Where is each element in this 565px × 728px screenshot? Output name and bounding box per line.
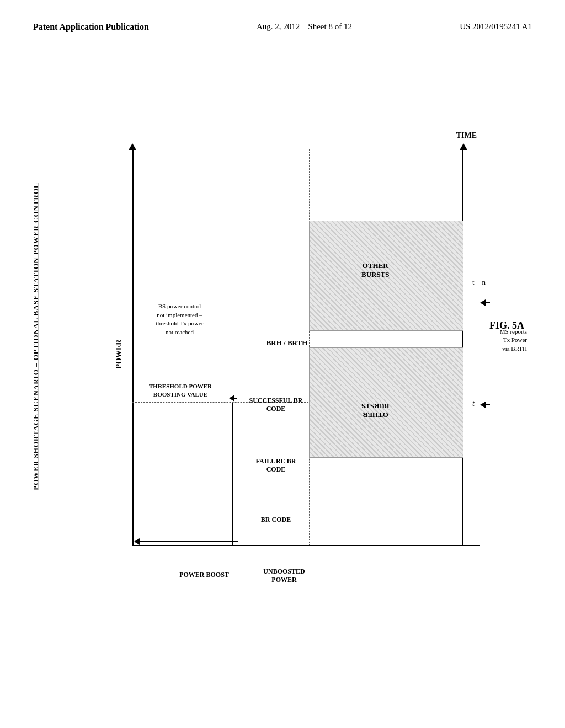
power-axis bbox=[132, 149, 134, 546]
diagram-container: POWER SHORTAGE SCENARIO – OPTIONAL BASE … bbox=[28, 88, 535, 684]
power-arrow-left bbox=[134, 538, 238, 545]
failure-br-label: FAILURE BR CODE bbox=[243, 457, 309, 474]
time-axis-label: TIME bbox=[456, 131, 477, 140]
power-boost-label: POWER BOOST bbox=[174, 571, 234, 579]
page-header: Patent Application Publication Aug. 2, 2… bbox=[0, 0, 565, 32]
publication-date: Aug. 2, 2012 bbox=[257, 22, 300, 31]
sheet-info: Sheet 8 of 12 bbox=[308, 22, 352, 31]
patent-number: US 2012/0195241 A1 bbox=[460, 22, 532, 31]
other-bursts-middle-label: OTHERBURSTS bbox=[361, 402, 390, 419]
t-label: t bbox=[472, 399, 475, 408]
unboosted-power-label: UNBOOSTED POWER bbox=[251, 568, 317, 585]
baseline bbox=[132, 545, 480, 546]
t-arrow bbox=[480, 402, 490, 408]
threshold-label: THRESHOLD POWER BOOSTING VALUE bbox=[134, 382, 227, 398]
power-axis-label: POWER bbox=[115, 340, 124, 369]
bs-annotation: BS power control not implemented – thres… bbox=[137, 302, 222, 336]
power-axis-arrow bbox=[129, 143, 136, 150]
tn-label: t + n bbox=[472, 278, 486, 287]
vertical-title-text: POWER SHORTAGE SCENARIO – OPTIONAL BASE … bbox=[31, 183, 40, 490]
brh-brth-label: BRH / BRTH bbox=[254, 339, 320, 347]
time-axis-arrow bbox=[460, 143, 467, 150]
vertical-title-container: POWER SHORTAGE SCENARIO – OPTIONAL BASE … bbox=[28, 143, 44, 529]
publication-title: Patent Application Publication bbox=[33, 22, 149, 32]
ms-reports-arrow bbox=[480, 299, 490, 306]
diagram-main: POWER TIME THRESHOLD POWER BOOSTING VALU… bbox=[55, 88, 530, 612]
power-boost-boundary bbox=[232, 403, 233, 546]
header-center: Aug. 2, 2012 Sheet 8 of 12 bbox=[257, 22, 352, 31]
fig-label: FIG. 5A bbox=[489, 320, 524, 331]
br-code-label: BR CODE bbox=[248, 516, 303, 524]
other-bursts-upper-label: OTHERBURSTS bbox=[361, 248, 390, 292]
successful-br-label: SUCCESSFUL BR CODE bbox=[243, 397, 309, 414]
threshold-arrow bbox=[229, 395, 237, 402]
